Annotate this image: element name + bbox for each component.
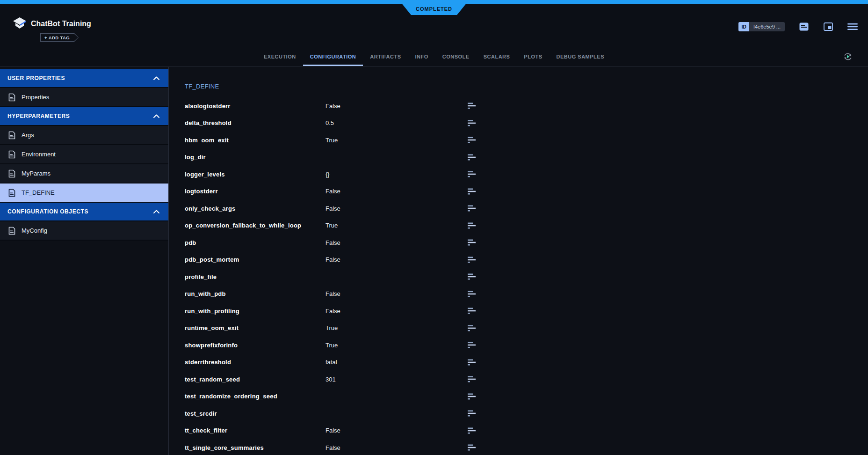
section-header-label: CONFIGURATION OBJECTS	[7, 208, 88, 215]
param-value: False	[326, 290, 468, 297]
experiment-id-chip[interactable]: ID f4e6e5e9 ...	[738, 22, 785, 31]
param-details-icon[interactable]	[468, 325, 479, 331]
param-details-icon[interactable]	[468, 103, 479, 109]
param-row: runtime_oom_exitTrue	[185, 320, 868, 337]
param-row: op_conversion_fallback_to_while_loopTrue	[185, 217, 868, 235]
param-value: True	[326, 222, 468, 229]
param-name: tt_check_filter	[185, 427, 326, 434]
tab-debug-samples[interactable]: DEBUG SAMPLES	[550, 47, 611, 66]
param-details-icon[interactable]	[468, 308, 479, 314]
param-details-icon[interactable]	[468, 427, 479, 434]
tab-bar: EXECUTIONCONFIGURATIONARTIFACTSINFOCONSO…	[0, 47, 868, 66]
sidebar-item-environment[interactable]: Environment	[0, 145, 168, 164]
param-name: test_randomize_ordering_seed	[185, 393, 326, 400]
param-value: False	[326, 308, 468, 315]
param-details-icon[interactable]	[468, 137, 479, 143]
section-header-label: HYPERPARAMETERS	[7, 113, 70, 119]
param-details-icon[interactable]	[468, 393, 479, 400]
param-name: only_check_args	[185, 205, 326, 212]
param-value: True	[326, 324, 468, 331]
param-row: stderrthresholdfatal	[185, 354, 868, 371]
param-row: pdb_post_mortemFalse	[185, 251, 868, 269]
section-header-hyperparameters[interactable]: HYPERPARAMETERS	[0, 107, 168, 126]
add-tag-label: + ADD TAG	[41, 34, 78, 41]
param-row: profile_file	[185, 268, 868, 286]
param-name: test_random_seed	[185, 376, 326, 383]
auto-refresh-icon[interactable]	[843, 51, 853, 62]
menu-icon[interactable]	[847, 22, 858, 31]
param-row: tt_single_core_summariesFalse	[185, 439, 868, 455]
tab-scalars[interactable]: SCALARS	[477, 47, 517, 66]
param-details-icon[interactable]	[468, 273, 479, 280]
param-name: log_dir	[185, 154, 326, 161]
param-details-icon[interactable]	[468, 359, 479, 366]
param-value: False	[326, 239, 468, 246]
param-details-icon[interactable]	[468, 257, 479, 263]
add-tag-button[interactable]: + ADD TAG	[40, 33, 79, 42]
param-row: alsologtostderrFalse	[185, 97, 868, 115]
param-name: pdb	[185, 239, 326, 246]
param-row: delta_threshold0.5	[185, 115, 868, 132]
param-name: logtostderr	[185, 188, 326, 195]
id-chip-value: f4e6e5e9 ...	[749, 22, 785, 31]
param-row: showprefixforinfoTrue	[185, 337, 868, 354]
param-details-icon[interactable]	[468, 291, 479, 297]
param-value: False	[326, 103, 468, 110]
tab-execution[interactable]: EXECUTION	[257, 47, 303, 66]
main-panel: TF_DEFINE alsologtostderrFalsedelta_thre…	[169, 67, 868, 455]
param-details-icon[interactable]	[468, 222, 479, 229]
param-details-icon[interactable]	[468, 444, 479, 451]
param-value: False	[326, 444, 468, 451]
tab-console[interactable]: CONSOLE	[435, 47, 477, 66]
param-value: fatal	[326, 359, 468, 366]
param-name: showprefixforinfo	[185, 342, 326, 349]
tab-info[interactable]: INFO	[408, 47, 435, 66]
tab-artifacts[interactable]: ARTIFACTS	[363, 47, 408, 66]
param-details-icon[interactable]	[468, 342, 479, 348]
sidebar-item-tf-define[interactable]: TF_DEFINE	[0, 183, 168, 203]
sidebar-item-label: MyParams	[22, 170, 51, 177]
param-row: tt_check_filterFalse	[185, 422, 868, 440]
param-details-icon[interactable]	[468, 239, 479, 246]
param-value: 301	[326, 376, 468, 383]
section-header-user-properties[interactable]: USER PROPERTIES	[0, 69, 168, 88]
sidebar-item-label: Args	[22, 132, 34, 139]
document-icon	[8, 169, 15, 178]
experiment-logo-icon	[12, 17, 27, 31]
chevron-up-icon	[153, 207, 160, 216]
param-details-icon[interactable]	[468, 171, 479, 177]
sidebar-item-label: MyConfig	[22, 227, 47, 234]
param-details-icon[interactable]	[468, 410, 479, 417]
sidebar-item-label: Properties	[22, 94, 49, 101]
param-name: hbm_oom_exit	[185, 137, 326, 144]
param-details-icon[interactable]	[468, 188, 479, 195]
param-details-icon[interactable]	[468, 376, 479, 382]
param-details-icon[interactable]	[468, 120, 479, 126]
param-row: test_randomize_ordering_seed	[185, 388, 868, 405]
param-name: alsologtostderr	[185, 103, 326, 110]
sidebar-item-myconfig[interactable]: MyConfig	[0, 221, 168, 241]
param-row: test_random_seed301	[185, 371, 868, 388]
sidebar-item-args[interactable]: Args	[0, 126, 168, 145]
param-value: 0.5	[326, 119, 468, 126]
document-icon	[8, 189, 15, 197]
param-name: runtime_oom_exit	[185, 324, 326, 331]
param-row: logger_levels{}	[185, 166, 868, 183]
param-value: False	[326, 256, 468, 263]
document-icon	[8, 131, 15, 139]
document-icon	[8, 227, 15, 235]
tab-configuration[interactable]: CONFIGURATION	[303, 47, 363, 66]
sidebar-item-properties[interactable]: Properties	[0, 88, 168, 107]
param-details-icon[interactable]	[468, 154, 479, 161]
param-row: hbm_oom_exitTrue	[185, 132, 868, 149]
section-header-configuration-objects[interactable]: CONFIGURATION OBJECTS	[0, 203, 168, 221]
param-row: logtostderrFalse	[185, 183, 868, 200]
tab-plots[interactable]: PLOTS	[517, 47, 549, 66]
sidebar-item-myparams[interactable]: MyParams	[0, 164, 168, 183]
param-name: stderrthreshold	[185, 359, 326, 366]
param-list: alsologtostderrFalsedelta_threshold0.5hb…	[185, 97, 868, 455]
console-icon[interactable]	[799, 22, 809, 31]
panels-icon[interactable]	[823, 22, 833, 31]
document-icon	[8, 93, 15, 102]
param-details-icon[interactable]	[468, 205, 479, 212]
